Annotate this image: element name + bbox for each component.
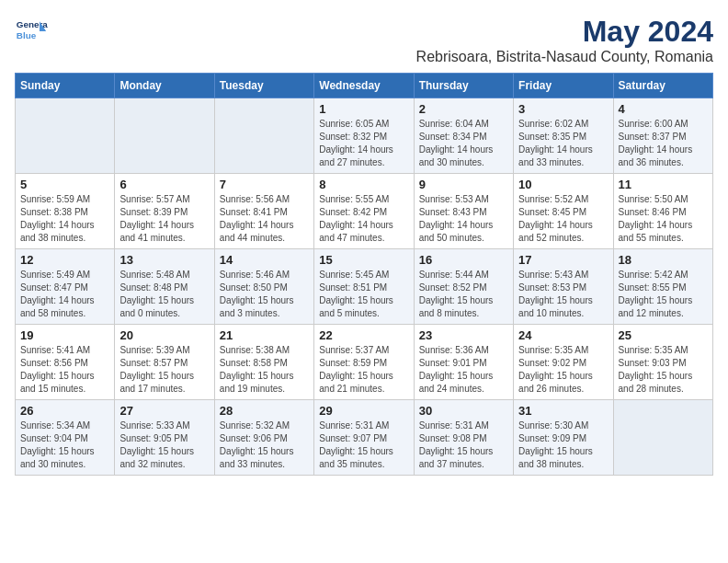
- day-number: 9: [419, 178, 508, 191]
- day-info: Sunrise: 5:56 AMSunset: 8:41 PMDaylight:…: [220, 193, 309, 245]
- calendar-cell: 2Sunrise: 6:04 AMSunset: 8:34 PMDaylight…: [414, 98, 513, 174]
- calendar-week-4: 19Sunrise: 5:41 AMSunset: 8:56 PMDayligh…: [16, 325, 713, 400]
- calendar-table: SundayMondayTuesdayWednesdayThursdayFrid…: [15, 73, 713, 476]
- day-number: 18: [619, 253, 708, 267]
- day-number: 12: [20, 253, 109, 267]
- header-tuesday: Tuesday: [214, 74, 313, 98]
- day-number: 2: [419, 102, 508, 116]
- calendar-cell: 24Sunrise: 5:35 AMSunset: 9:02 PMDayligh…: [514, 325, 613, 400]
- day-number: 24: [518, 328, 608, 342]
- calendar-cell: 16Sunrise: 5:44 AMSunset: 8:52 PMDayligh…: [414, 249, 513, 325]
- day-number: 31: [518, 404, 608, 418]
- calendar-cell: 14Sunrise: 5:46 AMSunset: 8:50 PMDayligh…: [214, 249, 313, 325]
- calendar-cell: 8Sunrise: 5:55 AMSunset: 8:42 PMDaylight…: [314, 174, 414, 249]
- day-info: Sunrise: 5:59 AMSunset: 8:38 PMDaylight:…: [20, 193, 109, 245]
- day-info: Sunrise: 5:35 AMSunset: 9:03 PMDaylight:…: [619, 344, 708, 396]
- day-info: Sunrise: 5:49 AMSunset: 8:47 PMDaylight:…: [20, 269, 109, 320]
- day-info: Sunrise: 5:43 AMSunset: 8:53 PMDaylight:…: [518, 269, 608, 320]
- day-number: 10: [518, 178, 608, 191]
- day-info: Sunrise: 5:34 AMSunset: 9:04 PMDaylight:…: [20, 419, 109, 471]
- header-monday: Monday: [115, 74, 214, 98]
- calendar-cell: 31Sunrise: 5:30 AMSunset: 9:09 PMDayligh…: [514, 400, 613, 476]
- calendar-cell: 23Sunrise: 5:36 AMSunset: 9:01 PMDayligh…: [414, 325, 513, 400]
- title-area: May 2024 Rebrisoara, Bistrita-Nasaud Cou…: [416, 15, 713, 65]
- calendar-cell: 15Sunrise: 5:45 AMSunset: 8:51 PMDayligh…: [314, 249, 414, 325]
- page-header: General Blue May 2024 Rebrisoara, Bistri…: [15, 15, 713, 65]
- day-info: Sunrise: 5:42 AMSunset: 8:55 PMDaylight:…: [619, 269, 708, 320]
- calendar-cell: 9Sunrise: 5:53 AMSunset: 8:43 PMDaylight…: [414, 174, 513, 249]
- calendar-header-row: SundayMondayTuesdayWednesdayThursdayFrid…: [16, 74, 713, 98]
- calendar-cell: 7Sunrise: 5:56 AMSunset: 8:41 PMDaylight…: [214, 174, 313, 249]
- calendar-cell: 17Sunrise: 5:43 AMSunset: 8:53 PMDayligh…: [514, 249, 613, 325]
- calendar-cell: 3Sunrise: 6:02 AMSunset: 8:35 PMDaylight…: [514, 98, 613, 174]
- day-number: 25: [619, 328, 708, 342]
- day-number: 30: [419, 404, 508, 418]
- calendar-cell: [214, 98, 313, 174]
- logo-icon: General Blue: [15, 15, 48, 48]
- day-number: 3: [518, 102, 608, 116]
- day-number: 17: [518, 253, 608, 267]
- day-number: 13: [119, 253, 209, 267]
- day-number: 22: [319, 328, 408, 342]
- calendar-cell: 26Sunrise: 5:34 AMSunset: 9:04 PMDayligh…: [16, 400, 115, 476]
- calendar-cell: 1Sunrise: 6:05 AMSunset: 8:32 PMDaylight…: [314, 98, 414, 174]
- calendar-cell: 21Sunrise: 5:38 AMSunset: 8:58 PMDayligh…: [214, 325, 313, 400]
- day-info: Sunrise: 5:46 AMSunset: 8:50 PMDaylight:…: [220, 269, 309, 320]
- day-info: Sunrise: 5:45 AMSunset: 8:51 PMDaylight:…: [319, 269, 408, 320]
- day-info: Sunrise: 5:32 AMSunset: 9:06 PMDaylight:…: [220, 419, 309, 471]
- calendar-cell: 4Sunrise: 6:00 AMSunset: 8:37 PMDaylight…: [613, 98, 712, 174]
- calendar-cell: 27Sunrise: 5:33 AMSunset: 9:05 PMDayligh…: [115, 400, 214, 476]
- calendar-cell: 22Sunrise: 5:37 AMSunset: 8:59 PMDayligh…: [314, 325, 414, 400]
- calendar-title: May 2024: [416, 15, 713, 49]
- day-info: Sunrise: 5:33 AMSunset: 9:05 PMDaylight:…: [119, 419, 209, 471]
- calendar-cell: [16, 98, 115, 174]
- calendar-week-1: 1Sunrise: 6:05 AMSunset: 8:32 PMDaylight…: [16, 98, 713, 174]
- day-info: Sunrise: 5:48 AMSunset: 8:48 PMDaylight:…: [119, 269, 209, 320]
- calendar-cell: 30Sunrise: 5:31 AMSunset: 9:08 PMDayligh…: [414, 400, 513, 476]
- day-number: 19: [20, 328, 109, 342]
- day-info: Sunrise: 6:05 AMSunset: 8:32 PMDaylight:…: [319, 118, 408, 169]
- calendar-cell: 18Sunrise: 5:42 AMSunset: 8:55 PMDayligh…: [613, 249, 712, 325]
- day-info: Sunrise: 5:44 AMSunset: 8:52 PMDaylight:…: [419, 269, 508, 320]
- calendar-cell: [613, 400, 712, 476]
- day-info: Sunrise: 5:36 AMSunset: 9:01 PMDaylight:…: [419, 344, 508, 396]
- calendar-cell: 28Sunrise: 5:32 AMSunset: 9:06 PMDayligh…: [214, 400, 313, 476]
- logo: General Blue: [15, 15, 48, 48]
- header-friday: Friday: [514, 74, 613, 98]
- day-info: Sunrise: 6:02 AMSunset: 8:35 PMDaylight:…: [518, 118, 608, 169]
- day-number: 14: [220, 253, 309, 267]
- day-number: 5: [20, 178, 109, 191]
- calendar-cell: 12Sunrise: 5:49 AMSunset: 8:47 PMDayligh…: [16, 249, 115, 325]
- day-number: 23: [419, 328, 508, 342]
- calendar-cell: 5Sunrise: 5:59 AMSunset: 8:38 PMDaylight…: [16, 174, 115, 249]
- day-info: Sunrise: 5:37 AMSunset: 8:59 PMDaylight:…: [319, 344, 408, 396]
- day-info: Sunrise: 5:55 AMSunset: 8:42 PMDaylight:…: [319, 193, 408, 245]
- day-info: Sunrise: 5:50 AMSunset: 8:46 PMDaylight:…: [619, 193, 708, 245]
- day-info: Sunrise: 5:41 AMSunset: 8:56 PMDaylight:…: [20, 344, 109, 396]
- header-sunday: Sunday: [16, 74, 115, 98]
- day-info: Sunrise: 5:57 AMSunset: 8:39 PMDaylight:…: [119, 193, 209, 245]
- header-saturday: Saturday: [613, 74, 712, 98]
- calendar-cell: 6Sunrise: 5:57 AMSunset: 8:39 PMDaylight…: [115, 174, 214, 249]
- calendar-cell: 10Sunrise: 5:52 AMSunset: 8:45 PMDayligh…: [514, 174, 613, 249]
- day-number: 20: [119, 328, 209, 342]
- day-info: Sunrise: 5:52 AMSunset: 8:45 PMDaylight:…: [518, 193, 608, 245]
- calendar-week-5: 26Sunrise: 5:34 AMSunset: 9:04 PMDayligh…: [16, 400, 713, 476]
- calendar-subtitle: Rebrisoara, Bistrita-Nasaud County, Roma…: [416, 49, 713, 65]
- day-number: 27: [119, 404, 209, 418]
- calendar-cell: 25Sunrise: 5:35 AMSunset: 9:03 PMDayligh…: [613, 325, 712, 400]
- calendar-cell: 20Sunrise: 5:39 AMSunset: 8:57 PMDayligh…: [115, 325, 214, 400]
- day-number: 28: [220, 404, 309, 418]
- day-number: 15: [319, 253, 408, 267]
- day-info: Sunrise: 5:31 AMSunset: 9:07 PMDaylight:…: [319, 419, 408, 471]
- day-number: 6: [119, 178, 209, 191]
- calendar-cell: 29Sunrise: 5:31 AMSunset: 9:07 PMDayligh…: [314, 400, 414, 476]
- day-info: Sunrise: 5:38 AMSunset: 8:58 PMDaylight:…: [220, 344, 309, 396]
- day-info: Sunrise: 5:31 AMSunset: 9:08 PMDaylight:…: [419, 419, 508, 471]
- day-number: 26: [20, 404, 109, 418]
- day-info: Sunrise: 5:53 AMSunset: 8:43 PMDaylight:…: [419, 193, 508, 245]
- day-info: Sunrise: 6:00 AMSunset: 8:37 PMDaylight:…: [619, 118, 708, 169]
- day-info: Sunrise: 5:39 AMSunset: 8:57 PMDaylight:…: [119, 344, 209, 396]
- day-number: 4: [619, 102, 708, 116]
- svg-text:Blue: Blue: [17, 30, 37, 40]
